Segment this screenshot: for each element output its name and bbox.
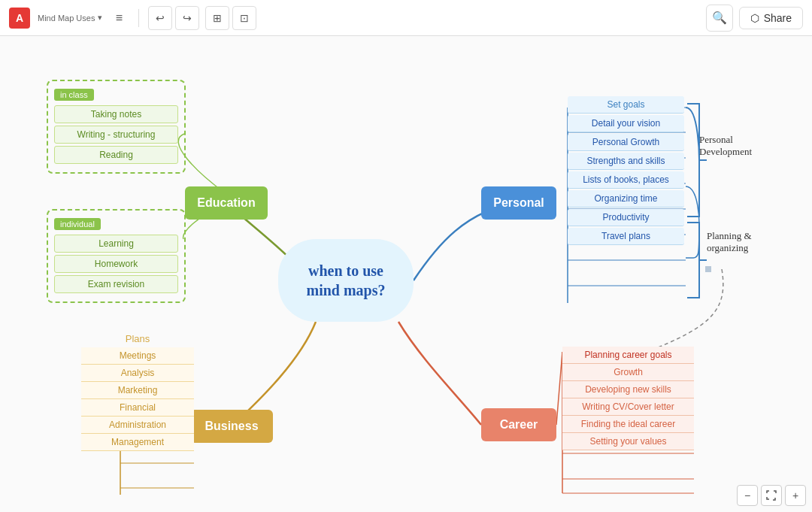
edu-ind-item-0[interactable]: Learning	[54, 235, 178, 253]
planning-organizing-label: Planning & organizing	[707, 230, 752, 254]
edu-class-item-0[interactable]: Taking notes	[54, 105, 178, 123]
edu-class-label: in class	[54, 89, 94, 101]
title-text: Mind Map Uses	[38, 14, 95, 23]
edu-individual-box: individual Learning Homework Exam revisi…	[47, 209, 186, 303]
edu-ind-item-1[interactable]: Homework	[54, 255, 178, 273]
personal-list-item-0[interactable]: Set goals	[568, 96, 684, 114]
view-compact-button[interactable]: ⊞	[205, 6, 229, 30]
view-expand-button[interactable]: ⊡	[232, 6, 256, 30]
zoom-controls: − +	[731, 479, 812, 512]
personal-development-label: Personal Development	[699, 134, 752, 158]
center-text: when to use mind maps?	[306, 261, 385, 300]
edu-ind-item-2[interactable]: Exam revision	[54, 275, 178, 293]
share-button[interactable]: ⬡ Share	[739, 7, 803, 29]
search-button[interactable]: 🔍	[706, 5, 733, 32]
career-list: Planning career goals Growth Developing …	[562, 347, 694, 450]
personal-list-item-5[interactable]: Organizing time	[568, 190, 684, 208]
business-list-item-0[interactable]: Meetings	[81, 347, 194, 365]
menu-icon[interactable]: ≡	[108, 8, 129, 29]
personal-list-item-7[interactable]: Travel plans	[568, 228, 684, 245]
node-education[interactable]: Education	[185, 186, 268, 220]
share-label: Share	[764, 12, 792, 24]
node-career[interactable]: Career	[481, 408, 556, 441]
zoom-out-button[interactable]: −	[737, 485, 758, 506]
topbar-right: 🔍 ⬡ Share	[706, 5, 803, 32]
edu-class-box: in class Taking notes Writing - structur…	[47, 80, 186, 174]
business-list-item-4[interactable]: Administration	[81, 417, 194, 434]
career-list-item-3[interactable]: Writing CV/Cover letter	[562, 398, 694, 416]
personal-list: Set goals Detail your vision Personal Gr…	[568, 96, 684, 247]
business-list-title: Plans	[81, 333, 194, 344]
nav-buttons: ↩ ↪	[148, 6, 199, 30]
personal-list-item-3[interactable]: Strengths and skills	[568, 153, 684, 170]
career-list-item-0[interactable]: Planning career goals	[562, 347, 694, 364]
redo-button[interactable]: ↪	[175, 6, 199, 30]
svg-line-19	[556, 352, 562, 425]
edu-class-item-2[interactable]: Reading	[54, 146, 178, 164]
career-list-item-1[interactable]: Growth	[562, 364, 694, 381]
career-list-item-4[interactable]: Finding the ideal career	[562, 416, 694, 433]
view-buttons: ⊞ ⊡	[205, 6, 256, 30]
share-icon: ⬡	[750, 12, 759, 24]
career-list-item-5[interactable]: Setting your values	[562, 433, 694, 450]
edu-individual-label: individual	[54, 218, 101, 230]
center-node: when to use mind maps?	[278, 239, 414, 322]
business-list-item-2[interactable]: Marketing	[81, 382, 194, 399]
divider	[138, 9, 139, 27]
business-list-item-5[interactable]: Management	[81, 434, 194, 451]
undo-button[interactable]: ↩	[148, 6, 172, 30]
mind-map-canvas[interactable]: when to use mind maps? Personal Educatio…	[0, 36, 812, 512]
app-logo: A	[9, 8, 30, 29]
document-title[interactable]: Mind Map Uses ▾	[38, 13, 102, 23]
business-list-item-3[interactable]: Financial	[81, 399, 194, 417]
personal-list-item-2[interactable]: Personal Growth	[568, 134, 684, 151]
edu-class-item-1[interactable]: Writing - structuring	[54, 126, 178, 144]
node-business[interactable]: Business	[190, 410, 273, 443]
node-personal[interactable]: Personal	[481, 186, 556, 220]
zoom-in-button[interactable]: +	[785, 485, 806, 506]
dropdown-icon: ▾	[98, 13, 102, 23]
zoom-fit-button[interactable]	[761, 485, 782, 506]
personal-list-item-4[interactable]: Lists of books, places	[568, 171, 684, 189]
topbar: A Mind Map Uses ▾ ≡ ↩ ↪ ⊞ ⊡ 🔍 ⬡ Share	[0, 0, 812, 36]
business-list-item-1[interactable]: Analysis	[81, 365, 194, 382]
personal-list-item-6[interactable]: Productivity	[568, 209, 684, 226]
career-list-item-2[interactable]: Developing new skills	[562, 381, 694, 398]
svg-rect-29	[705, 266, 711, 272]
business-list: Plans Meetings Analysis Marketing Financ…	[81, 333, 194, 451]
personal-list-item-1[interactable]: Detail your vision	[568, 115, 684, 132]
